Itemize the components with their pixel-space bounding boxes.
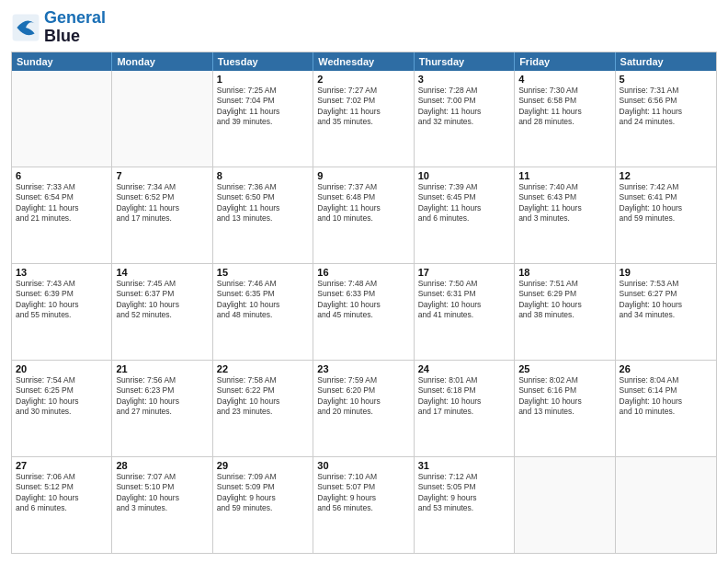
day-number: 30 — [317, 460, 409, 471]
cell-info: Sunrise: 7:09 AM Sunset: 5:09 PM Dayligh… — [217, 472, 309, 514]
cell-info: Sunrise: 7:50 AM Sunset: 6:31 PM Dayligh… — [418, 279, 510, 321]
weekday-header: Sunday — [12, 52, 112, 71]
calendar-cell: 7Sunrise: 7:34 AM Sunset: 6:52 PM Daylig… — [112, 167, 212, 263]
cell-info: Sunrise: 7:42 AM Sunset: 6:41 PM Dayligh… — [620, 182, 712, 224]
day-number: 16 — [317, 267, 409, 278]
cell-info: Sunrise: 7:39 AM Sunset: 6:45 PM Dayligh… — [418, 182, 510, 224]
day-number: 28 — [116, 460, 208, 471]
calendar-cell: 16Sunrise: 7:48 AM Sunset: 6:33 PM Dayli… — [313, 264, 414, 360]
calendar-row: 13Sunrise: 7:43 AM Sunset: 6:39 PM Dayli… — [12, 263, 716, 360]
cell-info: Sunrise: 7:27 AM Sunset: 7:02 PM Dayligh… — [317, 86, 409, 128]
cell-info: Sunrise: 7:45 AM Sunset: 6:37 PM Dayligh… — [116, 279, 208, 321]
calendar-row: 20Sunrise: 7:54 AM Sunset: 6:25 PM Dayli… — [12, 360, 716, 456]
day-number: 21 — [116, 363, 208, 374]
cell-info: Sunrise: 7:25 AM Sunset: 7:04 PM Dayligh… — [217, 86, 309, 128]
calendar-row: 27Sunrise: 7:06 AM Sunset: 5:12 PM Dayli… — [12, 456, 716, 553]
cell-info: Sunrise: 7:43 AM Sunset: 6:39 PM Dayligh… — [16, 279, 108, 321]
calendar-body: 1Sunrise: 7:25 AM Sunset: 7:04 PM Daylig… — [12, 71, 716, 553]
calendar-cell: 14Sunrise: 7:45 AM Sunset: 6:37 PM Dayli… — [112, 264, 212, 360]
cell-info: Sunrise: 7:53 AM Sunset: 6:27 PM Dayligh… — [620, 279, 712, 321]
calendar-cell: 18Sunrise: 7:51 AM Sunset: 6:29 PM Dayli… — [515, 264, 615, 360]
calendar-cell: 10Sunrise: 7:39 AM Sunset: 6:45 PM Dayli… — [415, 167, 515, 263]
cell-info: Sunrise: 7:28 AM Sunset: 7:00 PM Dayligh… — [418, 86, 510, 128]
day-number: 26 — [620, 363, 712, 374]
day-number: 11 — [518, 170, 610, 181]
calendar-cell — [515, 457, 615, 553]
weekday-header: Tuesday — [213, 52, 313, 71]
weekday-header: Monday — [112, 52, 212, 71]
cell-info: Sunrise: 7:48 AM Sunset: 6:33 PM Dayligh… — [317, 279, 409, 321]
calendar-cell: 27Sunrise: 7:06 AM Sunset: 5:12 PM Dayli… — [12, 457, 112, 553]
day-number: 2 — [317, 74, 409, 85]
page: General Blue SundayMondayTuesdayWednesda… — [0, 0, 728, 563]
calendar-cell — [112, 71, 212, 167]
calendar-cell: 25Sunrise: 8:02 AM Sunset: 6:16 PM Dayli… — [515, 361, 615, 456]
cell-info: Sunrise: 7:07 AM Sunset: 5:10 PM Dayligh… — [116, 472, 208, 514]
day-number: 18 — [518, 267, 610, 278]
day-number: 10 — [418, 170, 510, 181]
day-number: 9 — [317, 170, 409, 181]
calendar-cell — [12, 71, 112, 167]
cell-info: Sunrise: 7:37 AM Sunset: 6:48 PM Dayligh… — [317, 182, 409, 224]
cell-info: Sunrise: 7:33 AM Sunset: 6:54 PM Dayligh… — [16, 182, 108, 224]
cell-info: Sunrise: 8:01 AM Sunset: 6:18 PM Dayligh… — [418, 375, 510, 418]
calendar-cell: 8Sunrise: 7:36 AM Sunset: 6:50 PM Daylig… — [213, 167, 313, 263]
calendar-cell: 26Sunrise: 8:04 AM Sunset: 6:14 PM Dayli… — [616, 361, 716, 456]
calendar-row: 6Sunrise: 7:33 AM Sunset: 6:54 PM Daylig… — [12, 167, 716, 263]
calendar-cell: 6Sunrise: 7:33 AM Sunset: 6:54 PM Daylig… — [12, 167, 112, 263]
calendar-cell: 1Sunrise: 7:25 AM Sunset: 7:04 PM Daylig… — [213, 71, 313, 167]
calendar-cell: 12Sunrise: 7:42 AM Sunset: 6:41 PM Dayli… — [616, 167, 716, 263]
calendar-cell: 4Sunrise: 7:30 AM Sunset: 6:58 PM Daylig… — [515, 71, 615, 167]
calendar-cell: 30Sunrise: 7:10 AM Sunset: 5:07 PM Dayli… — [313, 457, 414, 553]
day-number: 8 — [217, 170, 309, 181]
calendar-cell: 2Sunrise: 7:27 AM Sunset: 7:02 PM Daylig… — [313, 71, 414, 167]
day-number: 5 — [620, 74, 712, 85]
logo: General Blue — [11, 9, 106, 46]
calendar-cell: 31Sunrise: 7:12 AM Sunset: 5:05 PM Dayli… — [415, 457, 515, 553]
calendar-cell: 21Sunrise: 7:56 AM Sunset: 6:23 PM Dayli… — [112, 361, 212, 456]
calendar-row: 1Sunrise: 7:25 AM Sunset: 7:04 PM Daylig… — [12, 71, 716, 167]
day-number: 24 — [418, 363, 510, 374]
calendar: SundayMondayTuesdayWednesdayThursdayFrid… — [11, 52, 717, 554]
logo-icon — [11, 13, 40, 42]
calendar-cell — [616, 457, 716, 553]
day-number: 3 — [418, 74, 510, 85]
day-number: 25 — [518, 363, 610, 374]
day-number: 29 — [217, 460, 309, 471]
cell-info: Sunrise: 7:51 AM Sunset: 6:29 PM Dayligh… — [518, 279, 610, 321]
calendar-cell: 11Sunrise: 7:40 AM Sunset: 6:43 PM Dayli… — [515, 167, 615, 263]
header: General Blue — [11, 9, 717, 46]
calendar-cell: 17Sunrise: 7:50 AM Sunset: 6:31 PM Dayli… — [415, 264, 515, 360]
calendar-cell: 29Sunrise: 7:09 AM Sunset: 5:09 PM Dayli… — [213, 457, 313, 553]
calendar-cell: 22Sunrise: 7:58 AM Sunset: 6:22 PM Dayli… — [213, 361, 313, 456]
logo-text: General Blue — [44, 9, 106, 46]
cell-info: Sunrise: 7:10 AM Sunset: 5:07 PM Dayligh… — [317, 472, 409, 514]
day-number: 22 — [217, 363, 309, 374]
calendar-cell: 9Sunrise: 7:37 AM Sunset: 6:48 PM Daylig… — [313, 167, 414, 263]
cell-info: Sunrise: 7:30 AM Sunset: 6:58 PM Dayligh… — [518, 86, 610, 128]
cell-info: Sunrise: 7:46 AM Sunset: 6:35 PM Dayligh… — [217, 279, 309, 321]
cell-info: Sunrise: 8:04 AM Sunset: 6:14 PM Dayligh… — [620, 375, 712, 418]
day-number: 23 — [317, 363, 409, 374]
calendar-cell: 24Sunrise: 8:01 AM Sunset: 6:18 PM Dayli… — [415, 361, 515, 456]
cell-info: Sunrise: 7:54 AM Sunset: 6:25 PM Dayligh… — [16, 375, 108, 418]
day-number: 31 — [418, 460, 510, 471]
calendar-header: SundayMondayTuesdayWednesdayThursdayFrid… — [12, 52, 716, 71]
day-number: 1 — [217, 74, 309, 85]
calendar-cell: 28Sunrise: 7:07 AM Sunset: 5:10 PM Dayli… — [112, 457, 212, 553]
day-number: 19 — [620, 267, 712, 278]
cell-info: Sunrise: 8:02 AM Sunset: 6:16 PM Dayligh… — [518, 375, 610, 418]
cell-info: Sunrise: 7:58 AM Sunset: 6:22 PM Dayligh… — [217, 375, 309, 418]
cell-info: Sunrise: 7:06 AM Sunset: 5:12 PM Dayligh… — [16, 472, 108, 514]
weekday-header: Saturday — [616, 52, 716, 71]
cell-info: Sunrise: 7:31 AM Sunset: 6:56 PM Dayligh… — [620, 86, 712, 128]
day-number: 12 — [620, 170, 712, 181]
day-number: 14 — [116, 267, 208, 278]
cell-info: Sunrise: 7:40 AM Sunset: 6:43 PM Dayligh… — [518, 182, 610, 224]
day-number: 17 — [418, 267, 510, 278]
weekday-header: Thursday — [415, 52, 515, 71]
cell-info: Sunrise: 7:34 AM Sunset: 6:52 PM Dayligh… — [116, 182, 208, 224]
day-number: 13 — [16, 267, 108, 278]
calendar-cell: 3Sunrise: 7:28 AM Sunset: 7:00 PM Daylig… — [415, 71, 515, 167]
cell-info: Sunrise: 7:56 AM Sunset: 6:23 PM Dayligh… — [116, 375, 208, 418]
